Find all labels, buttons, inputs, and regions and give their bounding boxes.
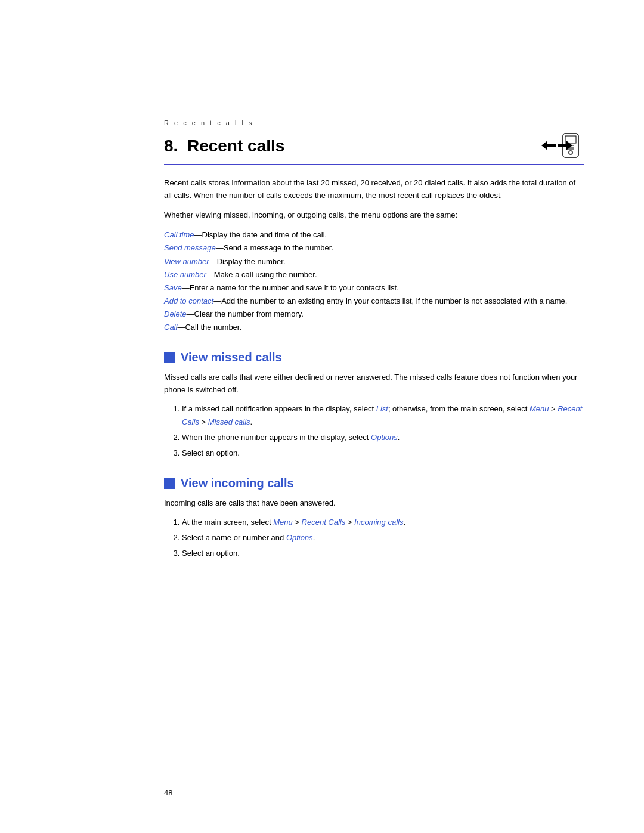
menu-option-0: Call time—Display the date and time of t… xyxy=(164,228,584,241)
options-link-missed[interactable]: Options xyxy=(371,433,398,442)
use-number-link[interactable]: Use number xyxy=(164,270,206,279)
page-number: 48 xyxy=(164,788,172,797)
incoming-calls-heading: View incoming calls xyxy=(164,476,584,490)
missed-calls-box-icon xyxy=(164,352,175,363)
menu-option-5: Add to contact—Add the number to an exis… xyxy=(164,295,584,308)
menu-options-list: Call time—Display the date and time of t… xyxy=(164,228,584,334)
missed-calls-step-2: When the phone number appears in the dis… xyxy=(182,431,584,444)
menu-link-missed[interactable]: Menu xyxy=(530,404,549,413)
intro-paragraph-1: Recent calls stores information about th… xyxy=(164,177,584,202)
options-link-incoming[interactable]: Options xyxy=(286,533,313,542)
content-area: R e c e n t c a l l s 8. Recent calls xyxy=(164,0,584,560)
incoming-calls-intro: Incoming calls are calls that have been … xyxy=(164,497,584,510)
menu-option-1: Send message—Send a message to the numbe… xyxy=(164,241,584,255)
svg-point-4 xyxy=(569,151,572,154)
save-link[interactable]: Save xyxy=(164,283,182,292)
svg-marker-0 xyxy=(541,141,556,150)
menu-option-3: Use number—Make a call using the number. xyxy=(164,268,584,281)
intro-paragraph-2: Whether viewing missed, incoming, or out… xyxy=(164,209,584,222)
missed-calls-steps: If a missed call notification appears in… xyxy=(176,402,584,460)
chapter-title: 8. Recent calls xyxy=(164,137,531,156)
list-link[interactable]: List xyxy=(376,404,388,413)
menu-option-6: Delete—Clear the number from memory. xyxy=(164,308,584,321)
incoming-calls-step-3: Select an option. xyxy=(182,547,584,560)
call-time-link[interactable]: Call time xyxy=(164,230,194,239)
incoming-calls-box-icon xyxy=(164,478,175,489)
incoming-calls-title: View incoming calls xyxy=(181,476,294,490)
chapter-icon xyxy=(537,132,584,159)
menu-link-incoming[interactable]: Menu xyxy=(273,518,293,527)
page: R e c e n t c a l l s 8. Recent calls xyxy=(0,0,644,833)
menu-option-2: View number—Display the number. xyxy=(164,255,584,268)
missed-calls-title: View missed calls xyxy=(181,351,282,364)
incoming-calls-step-1: At the main screen, select Menu > Recent… xyxy=(182,516,584,529)
menu-option-4: Save—Enter a name for the number and sav… xyxy=(164,281,584,295)
incoming-calls-step-2: Select a name or number and Options. xyxy=(182,531,584,544)
section-label: R e c e n t c a l l s xyxy=(164,119,584,126)
call-link[interactable]: Call xyxy=(164,323,177,332)
missed-calls-intro: Missed calls are calls that were either … xyxy=(164,371,584,397)
delete-link[interactable]: Delete xyxy=(164,309,187,318)
menu-option-7: Call—Call the number. xyxy=(164,321,584,334)
incoming-calls-link[interactable]: Incoming calls xyxy=(354,518,403,527)
missed-calls-step-3: Select an option. xyxy=(182,447,584,460)
add-to-contact-link[interactable]: Add to contact xyxy=(164,296,213,305)
view-number-link[interactable]: View number xyxy=(164,257,209,266)
recent-calls-link-incoming[interactable]: Recent Calls xyxy=(302,518,346,527)
missed-calls-heading: View missed calls xyxy=(164,351,584,364)
chapter-heading: 8. Recent calls xyxy=(164,132,584,165)
missed-calls-link[interactable]: Missed calls xyxy=(208,417,250,426)
incoming-calls-steps: At the main screen, select Menu > Recent… xyxy=(176,516,584,560)
missed-calls-step-1: If a missed call notification appears in… xyxy=(182,402,584,429)
send-message-link[interactable]: Send message xyxy=(164,243,216,252)
